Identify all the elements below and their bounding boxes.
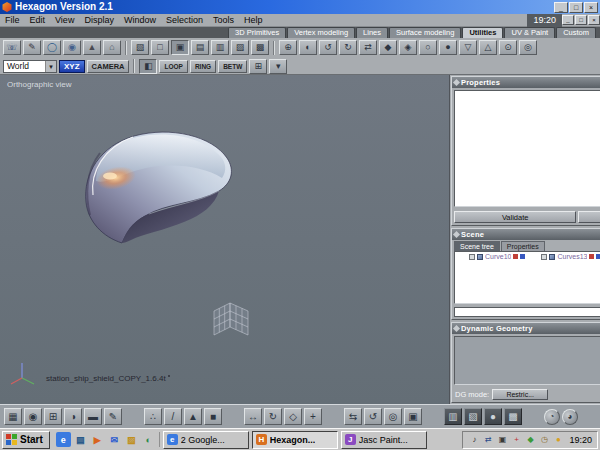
close-button[interactable]: × (588, 15, 600, 25)
task-google[interactable]: e 2 Google... (163, 431, 249, 449)
pen-tool-icon[interactable]: ✎ (23, 40, 41, 55)
rotate-tool-icon[interactable]: ↻ (264, 408, 282, 425)
ruler-icon[interactable]: ▬ (84, 408, 102, 425)
tray-scheduler-icon[interactable]: ◷ (538, 434, 550, 446)
workplane-icon[interactable]: ▦ (4, 408, 22, 425)
tab-vertex-modeling[interactable]: Vertex modeling (287, 27, 355, 38)
bend-tool-icon[interactable]: ↺ (319, 40, 337, 55)
sphere-tool-icon[interactable]: ◉ (63, 40, 81, 55)
magnet-snap-icon[interactable]: ◉ (24, 408, 42, 425)
wireframe-mode-icon[interactable]: ▥ (444, 408, 462, 425)
properties-list[interactable] (454, 90, 600, 207)
select-object-icon[interactable]: ■ (204, 408, 222, 425)
ring-tool-icon[interactable]: ◎ (519, 40, 537, 55)
scene-tree[interactable]: Curve10 Curves13 (454, 251, 600, 304)
scene-panel-header[interactable]: Scene ▾× (452, 229, 600, 240)
toolbar-separator[interactable] (524, 408, 542, 425)
abort-button[interactable]: Abort (578, 211, 600, 223)
toolbar-separator[interactable] (124, 408, 142, 425)
mirror-tool-icon[interactable]: ◐ (299, 40, 317, 55)
minimize-button[interactable]: _ (562, 15, 574, 25)
cube-solid-icon[interactable]: ▧ (131, 40, 149, 55)
construction-grid[interactable] (214, 303, 248, 335)
xyz-axis-button[interactable]: XYZ (59, 60, 85, 73)
task-hexagon[interactable]: H Hexagon... (252, 431, 338, 449)
tab-uv-paint[interactable]: UV & Paint (504, 27, 555, 38)
dynamic-geometry-panel-header[interactable]: Dynamic Geometry ▾× (452, 323, 600, 334)
cone-tool-icon[interactable]: ▲ (83, 40, 101, 55)
properties-panel-header[interactable]: Properties ▾× (452, 77, 600, 88)
tray-msn-icon[interactable]: ◆ (524, 434, 536, 446)
cube-wire-icon[interactable]: □ (151, 40, 169, 55)
textured-mode-icon[interactable]: ▩ (504, 408, 522, 425)
smooth-tool-icon[interactable]: ◈ (399, 40, 417, 55)
smooth-shade-mode-icon[interactable]: ● (484, 408, 502, 425)
flat-shade-mode-icon[interactable]: ▧ (464, 408, 482, 425)
grid-snap-icon[interactable]: ⊞ (44, 408, 62, 425)
media-player-icon[interactable]: ▶ (90, 432, 105, 447)
cube-corner-icon[interactable]: ▨ (231, 40, 249, 55)
select-points-icon[interactable]: ∴ (144, 408, 162, 425)
fit-view-icon[interactable]: ▣ (404, 408, 422, 425)
maximize-button[interactable]: □ (569, 2, 583, 13)
ie-quicklaunch-icon[interactable]: e (56, 432, 71, 447)
title-bar[interactable]: Hexagon Version 2.1 _□× (0, 0, 600, 14)
menu-display[interactable]: Display (79, 14, 119, 27)
dial-knob-left[interactable]: ◔ (544, 409, 560, 425)
validate-button[interactable]: Validate (454, 211, 576, 223)
pan-view-icon[interactable]: ⇆ (344, 408, 362, 425)
folder-quicklaunch-icon[interactable]: ▨ (124, 432, 139, 447)
menu-tools[interactable]: Tools (208, 14, 239, 27)
menu-edit[interactable]: Edit (25, 14, 51, 27)
toolbar-separator[interactable] (224, 408, 242, 425)
task-jasc[interactable]: J Jasc Paint... (341, 431, 427, 449)
menu-view[interactable]: View (50, 14, 79, 27)
annotate-icon[interactable]: ✎ (104, 408, 122, 425)
cube-cross-icon[interactable]: ▩ (251, 40, 269, 55)
world-space-select[interactable]: World ▾ (3, 60, 57, 73)
edge-mode-icon[interactable]: ◧ (139, 59, 157, 74)
scene-tab-properties[interactable]: Properties (501, 241, 545, 251)
loop-select-button[interactable]: LOOP (159, 60, 187, 73)
tray-display-icon[interactable]: ▣ (496, 434, 508, 446)
transform-tool-icon[interactable]: + (304, 408, 322, 425)
toolbar-separator[interactable] (424, 408, 442, 425)
ring-select-button[interactable]: RING (190, 60, 216, 73)
viewport-3d-canvas[interactable] (0, 75, 450, 404)
show-desktop-icon[interactable]: ▤ (73, 432, 88, 447)
fill-tool-icon[interactable]: ● (439, 40, 457, 55)
start-button[interactable]: Start (2, 431, 50, 449)
surface-tool-icon[interactable]: ⌂ (103, 40, 121, 55)
cube-open-icon[interactable]: ▤ (191, 40, 209, 55)
menu-file[interactable]: File (0, 14, 25, 27)
menu-help[interactable]: Help (239, 14, 268, 27)
scale-tool-icon[interactable]: ◇ (284, 408, 302, 425)
tab-utilities[interactable]: Utilities (462, 27, 503, 38)
camera-button[interactable]: CAMERA (87, 60, 130, 73)
viewport-orthographic[interactable]: Orthographic view station_ship_shield_CO… (0, 75, 450, 404)
zoom-view-icon[interactable]: ◎ (384, 408, 402, 425)
browser2-icon[interactable]: ◐ (141, 432, 156, 447)
world-select-arrow-icon[interactable]: ▾ (45, 61, 56, 72)
menu-window[interactable]: Window (119, 14, 161, 27)
phone-tool-icon[interactable]: ☏ (3, 40, 21, 55)
swap-tool-icon[interactable]: ⇄ (359, 40, 377, 55)
tray-update-icon[interactable]: ● (552, 434, 564, 446)
selection-dropdown-icon[interactable]: ▾ (269, 59, 287, 74)
between-select-button[interactable]: BETW (218, 60, 247, 73)
hole-tool-icon[interactable]: ○ (419, 40, 437, 55)
maximize-button[interactable]: □ (575, 15, 587, 25)
tab-lines[interactable]: Lines (356, 27, 388, 38)
symmetry-icon[interactable]: ◑ (64, 408, 82, 425)
facet-tool-icon[interactable]: ◆ (379, 40, 397, 55)
cube-shaded-icon[interactable]: ▣ (171, 40, 189, 55)
minimize-button[interactable]: _ (554, 2, 568, 13)
target-tool-icon[interactable]: ⊙ (499, 40, 517, 55)
tray-antivirus-icon[interactable]: + (510, 434, 522, 446)
orbit-view-icon[interactable]: ↺ (364, 408, 382, 425)
menu-selection[interactable]: Selection (161, 14, 208, 27)
select-faces-icon[interactable]: ▲ (184, 408, 202, 425)
between-extra-icon[interactable]: ⊞ (249, 59, 267, 74)
stretch-tool-icon[interactable]: △ (479, 40, 497, 55)
scene-tab-tree[interactable]: Scene tree (454, 241, 500, 251)
